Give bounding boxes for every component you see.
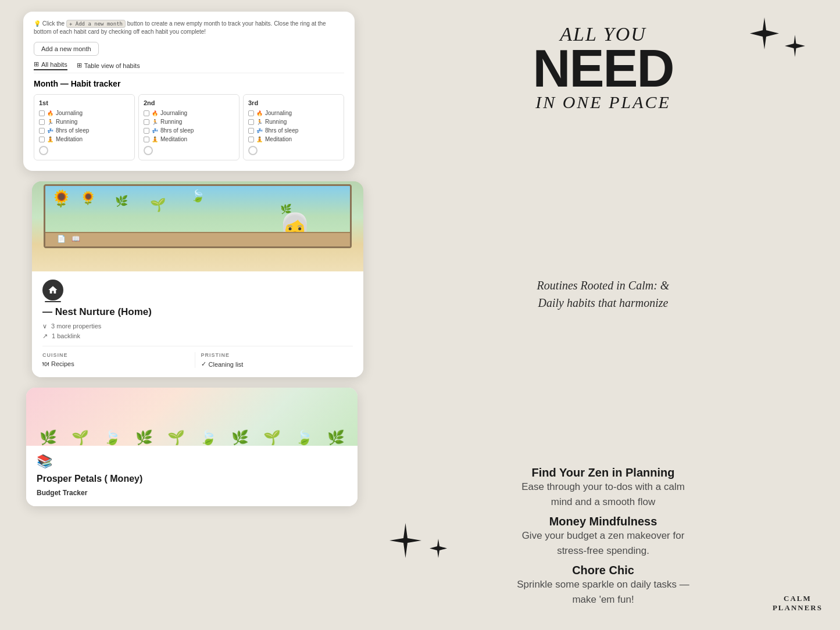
- habit-tabs: ⊞ All habits ⊞ Table view of habits: [34, 60, 344, 73]
- sparkle-top-right: [750, 17, 805, 57]
- habit-tracker-title: Month — Habit tracker: [34, 79, 344, 88]
- tab-all-habits[interactable]: ⊞ All habits: [34, 60, 67, 70]
- cuisine-label: CUISINE: [42, 352, 189, 358]
- zen-desc: Ease through your to-dos with a calm min…: [401, 479, 805, 509]
- window-illustration: 🌻 🌻 🌿 🌱 🍃 🌿 👩‍🦳 🐱 📄 📖: [44, 184, 352, 248]
- habit-ring: [39, 146, 48, 155]
- cuisine-value: 🍽Recipes: [42, 360, 189, 367]
- habit-columns: 1st 🔥Journaling 🏃Running 💤8hrs of sleep …: [34, 94, 344, 160]
- table-icon: ⊞: [77, 62, 82, 69]
- feature-chore: Chore Chic Sprinkle some sparkle on dail…: [401, 564, 805, 607]
- nest-grid: CUISINE 🍽Recipes PRISTINE ✓Cleaning list: [42, 346, 353, 368]
- col-3-header: 3rd: [248, 99, 339, 106]
- habit-item: 🧘Meditation: [39, 136, 130, 142]
- habit-item: 🔥Journaling: [39, 110, 130, 116]
- headline-section: ALL YOU NEED IN ONE PLACE: [401, 23, 805, 112]
- pristine-label: PRISTINE: [201, 352, 348, 358]
- tab-table-view[interactable]: ⊞ Table view of habits: [77, 60, 140, 70]
- brand-planners-text: PLANNERS: [773, 603, 823, 613]
- habit-col-2: 2nd 🔥Journaling 🏃Running 💤8hrs of sleep …: [138, 94, 240, 160]
- add-month-button[interactable]: Add a new month: [34, 42, 99, 56]
- prosper-banner: 🌿🌱🍃🌿🌱🍃🌿🌱🍃🌿: [26, 388, 358, 446]
- tab-all-habits-label: All habits: [41, 61, 67, 68]
- habit-item: 🔥Journaling: [144, 110, 234, 116]
- feature-money: Money Mindfulness Give your budget a zen…: [401, 515, 805, 558]
- col-2-header: 2nd: [144, 99, 234, 106]
- budget-tracker-label: Budget Tracker: [37, 489, 347, 497]
- prosper-petals-card: 🌿🌱🍃🌿🌱🍃🌿🌱🍃🌿 📚 Prosper Petals ( Money) Bud…: [26, 388, 358, 506]
- habit-item: 💤8hrs of sleep: [39, 127, 130, 134]
- pristine-value: ✓Cleaning list: [201, 360, 348, 368]
- money-title: Money Mindfulness: [401, 515, 805, 528]
- brand-logo: CALM PLANNERS: [773, 594, 823, 613]
- habit-ring: [248, 146, 258, 155]
- chore-desc: Sprinkle some sparkle on daily tasks — m…: [401, 577, 805, 607]
- habit-item: 🧘Meditation: [144, 136, 234, 142]
- habit-item: 💤8hrs of sleep: [144, 127, 234, 134]
- habit-tip: 💡 Click the + Add a new month button to …: [34, 20, 344, 36]
- brand-calm-text: CALM: [773, 594, 823, 603]
- prosper-title: Prosper Petals ( Money): [37, 474, 347, 484]
- features-section: Find Your Zen in Planning Ease through y…: [401, 466, 805, 607]
- nest-content: — Nest Nurture (Home) ∨ 3 more propertie…: [32, 271, 363, 377]
- feature-zen: Find Your Zen in Planning Ease through y…: [401, 466, 805, 509]
- col-1-header: 1st: [39, 99, 130, 106]
- habit-ring: [144, 146, 153, 155]
- in-one-place-text: IN ONE PLACE: [535, 92, 671, 112]
- home-icon: [42, 280, 63, 300]
- habit-tracker-card: 💡 Click the + Add a new month button to …: [23, 12, 355, 171]
- tagline: Routines Rooted in Calm: & Daily habits …: [401, 277, 805, 312]
- nest-meta-backlink: ↗ 1 backlink: [42, 332, 353, 340]
- habit-item: 🏃Running: [248, 119, 339, 125]
- sparkle-bottom-left: [389, 523, 447, 560]
- pristine-item: PRISTINE ✓Cleaning list: [195, 352, 353, 368]
- habit-item: 🏃Running: [144, 119, 234, 125]
- grid-icon: ⊞: [34, 60, 39, 68]
- habit-item: 🏃Running: [39, 119, 130, 125]
- zen-title: Find Your Zen in Planning: [401, 466, 805, 479]
- habit-item: 🔥Journaling: [248, 110, 339, 116]
- right-panel: ALL YOU NEED IN ONE PLACE Routines Roote…: [378, 0, 840, 630]
- habit-item: 🧘Meditation: [248, 136, 339, 142]
- nest-meta-properties: ∨ 3 more properties: [42, 323, 353, 330]
- need-text: NEED: [532, 45, 673, 92]
- prosper-content: 📚 Prosper Petals ( Money) Budget Tracker: [26, 446, 358, 506]
- books-icon: 📚: [37, 454, 347, 469]
- nest-title: — Nest Nurture (Home): [42, 306, 353, 318]
- money-desc: Give your budget a zen makeover for stre…: [401, 528, 805, 558]
- chore-title: Chore Chic: [401, 564, 805, 577]
- habit-item: 💤8hrs of sleep: [248, 127, 339, 134]
- habit-col-3: 3rd 🔥Journaling 🏃Running 💤8hrs of sleep …: [243, 94, 344, 160]
- left-panel: 💡 Click the + Add a new month button to …: [0, 0, 378, 630]
- add-month-code: + Add a new month: [66, 20, 126, 28]
- tab-table-label: Table view of habits: [84, 62, 140, 69]
- nest-banner: 🌻 🌻 🌿 🌱 🍃 🌿 👩‍🦳 🐱 📄 📖: [32, 181, 363, 271]
- nest-nurture-card: 🌻 🌻 🌿 🌱 🍃 🌿 👩‍🦳 🐱 📄 📖: [32, 181, 363, 377]
- habit-col-1: 1st 🔥Journaling 🏃Running 💤8hrs of sleep …: [34, 94, 135, 160]
- cuisine-item: CUISINE 🍽Recipes: [42, 352, 195, 368]
